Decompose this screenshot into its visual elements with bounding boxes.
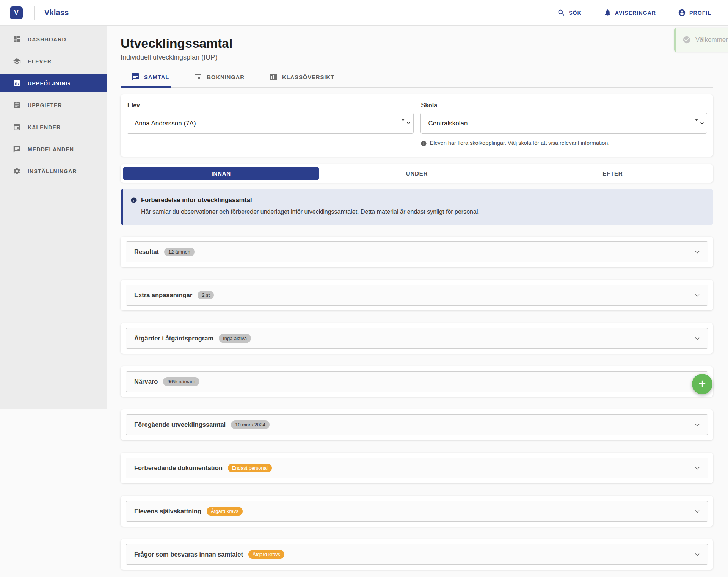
section-card-extra-anpassningar: Extra anpassningar2 st (121, 280, 713, 310)
student-school-card: Elev Anna Andersson (7A) Skola Centralsk… (121, 94, 713, 157)
page-subtitle: Individuell utvecklingsplan (IUP) (121, 53, 713, 61)
accordion-atgarder-i-atgardsprogram[interactable]: Åtgärder i åtgärdsprogramInga aktiva (126, 328, 708, 349)
chevron-down-icon (693, 292, 701, 299)
top-action-label: PROFIL (689, 10, 711, 16)
tab-line (121, 87, 713, 88)
tab-samtal[interactable]: SAMTAL (121, 71, 179, 83)
accordion-fragor-som-besvaras-innan-samtalet[interactable]: Frågor som besvaras innan samtaletÅtgärd… (126, 544, 708, 565)
student-select-wrap: Anna Andersson (7A) (127, 113, 414, 134)
profil-button[interactable]: PROFIL (678, 9, 711, 17)
brand-divider (34, 6, 35, 20)
status-badge: 12 ämnen (164, 248, 195, 256)
chat-icon (131, 72, 140, 82)
sidebar-item-uppgifter[interactable]: UPPGIFTER (0, 96, 107, 114)
info-icon (130, 197, 137, 204)
accordion-title: Resultat (134, 248, 159, 256)
welcome-toast: Välkommen ti (674, 28, 728, 52)
section-card-foregaende-utvecklingssamtal: Föregående utvecklingssamtal10 mars 2024 (121, 409, 713, 440)
sidebar-item-label: DASHBOARD (28, 36, 66, 42)
status-badge: Åtgärd krävs (207, 507, 243, 516)
sidebar-item-kalender[interactable]: KALENDER (0, 118, 107, 136)
sidebar-item-label: UPPGIFTER (28, 102, 62, 108)
section-card-resultat: Resultat12 ämnen (121, 237, 713, 267)
dashboard-icon (13, 35, 21, 43)
infobox-header: Förberedelse inför utvecklingssamtal (130, 196, 704, 204)
clipboard-icon (13, 101, 21, 109)
sidebar-item-label: ELEVER (28, 58, 52, 64)
infobox-body: Här samlar du observationer och förbered… (141, 209, 704, 215)
school-select[interactable]: Centralskolan (420, 113, 708, 134)
tab-bokningar[interactable]: BOKNINGAR (183, 71, 255, 83)
page-title: Utvecklingssamtal (121, 36, 713, 51)
accordion-title: Åtgärder i åtgärdsprogram (134, 335, 213, 342)
accordion-elevens-sjalvskattning[interactable]: Elevens självskattningÅtgärd krävs (126, 501, 708, 522)
status-badge: Inga aktiva (219, 334, 251, 343)
accordion-resultat[interactable]: Resultat12 ämnen (126, 241, 708, 262)
tab-bar: SAMTALBOKNINGARKLASSÖVERSIKT (121, 71, 713, 83)
section-card-forberedande-dokumentation: Förberedande dokumentationEndast persona… (121, 453, 713, 483)
phase-button-innan[interactable]: INNAN (123, 167, 319, 180)
accordion-forberedande-dokumentation[interactable]: Förberedande dokumentationEndast persona… (126, 458, 708, 478)
status-badge: 2 st (198, 291, 214, 299)
chevron-down-icon (693, 551, 701, 558)
sidebar-item-installningar[interactable]: INSTÄLLNINGAR (0, 162, 107, 180)
accordion-title: Närvaro (134, 378, 158, 385)
preparation-infobox: Förberedelse inför utvecklingssamtal Här… (121, 189, 713, 225)
section-card-elevens-sjalvskattning: Elevens självskattningÅtgärd krävs (121, 496, 713, 527)
sidebar-item-dashboard[interactable]: DASHBOARD (0, 30, 107, 48)
bar-chart-icon (13, 79, 21, 87)
accordion-narvaro[interactable]: Närvaro96% närvaro (126, 371, 708, 392)
sidebar-item-uppfoljning[interactable]: UPPFÖLJNING (0, 74, 107, 92)
status-badge: Åtgärd krävs (248, 550, 284, 559)
tab-label: BOKNINGAR (207, 74, 245, 80)
check-circle-icon (682, 36, 691, 44)
calendar-icon (193, 72, 202, 82)
school-note: Eleven har flera skolkopplingar. Välj sk… (420, 140, 708, 147)
chevron-down-icon (693, 464, 701, 472)
section-card-fragor-som-besvaras-innan-samtalet: Frågor som besvaras innan samtaletÅtgärd… (121, 539, 713, 570)
sidebar: DASHBOARDELEVERUPPFÖLJNINGUPPGIFTERKALEN… (0, 26, 107, 409)
sidebar-item-label: UPPFÖLJNING (28, 80, 71, 86)
sidebar-item-label: KALENDER (28, 124, 61, 130)
accordion-list: Resultat12 ämnenExtra anpassningar2 stÅt… (121, 237, 713, 570)
infobox-title: Förberedelse inför utvecklingssamtal (141, 196, 252, 204)
accordion-title: Extra anpassningar (134, 292, 192, 299)
tab-klassoversikt[interactable]: KLASSÖVERSIKT (259, 71, 345, 83)
topbar-actions: SÖKAVISERINGARPROFIL (557, 9, 711, 17)
top-action-label: AVISERINGAR (615, 10, 656, 16)
school-label: Skola (421, 102, 708, 109)
vklass-logo[interactable]: V (10, 6, 23, 19)
top-action-label: SÖK (569, 10, 582, 16)
sidebar-item-meddelanden[interactable]: MEDDELANDEN (0, 140, 107, 158)
section-card-atgarder-i-atgardsprogram: Åtgärder i åtgärdsprogramInga aktiva (121, 323, 713, 354)
tab-active-indicator (121, 86, 171, 88)
phase-button-under[interactable]: UNDER (319, 167, 515, 180)
chevron-down-icon (693, 248, 701, 256)
student-select[interactable]: Anna Andersson (7A) (127, 113, 414, 134)
student-label: Elev (127, 102, 414, 109)
plus-icon (697, 378, 708, 390)
chevron-down-icon (693, 335, 701, 342)
accordion-title: Frågor som besvaras innan samtalet (134, 551, 243, 558)
brand-name[interactable]: Vklass (44, 8, 69, 17)
calendar-icon (13, 123, 21, 131)
status-badge: 10 mars 2024 (231, 420, 270, 429)
info-icon (420, 140, 427, 147)
sidebar-item-elever[interactable]: ELEVER (0, 52, 107, 70)
phase-button-efter[interactable]: EFTER (515, 167, 711, 180)
sok-button[interactable]: SÖK (557, 9, 582, 17)
chevron-down-icon (693, 508, 701, 515)
student-field: Elev Anna Andersson (7A) (127, 100, 414, 147)
accordion-foregaende-utvecklingssamtal[interactable]: Föregående utvecklingssamtal10 mars 2024 (126, 414, 708, 435)
aviseringar-button[interactable]: AVISERINGAR (604, 9, 656, 17)
status-badge: Endast personal (228, 464, 272, 472)
bell-icon (604, 9, 612, 17)
tab-label: SAMTAL (144, 74, 169, 80)
toast-text: Välkommen ti (695, 36, 728, 44)
chat-icon (13, 145, 21, 153)
search-icon (557, 9, 565, 17)
accordion-title: Elevens självskattning (134, 508, 201, 515)
add-fab-button[interactable] (692, 374, 712, 394)
accordion-extra-anpassningar[interactable]: Extra anpassningar2 st (126, 285, 708, 306)
school-note-text: Eleven har flera skolkopplingar. Välj sk… (430, 140, 610, 146)
